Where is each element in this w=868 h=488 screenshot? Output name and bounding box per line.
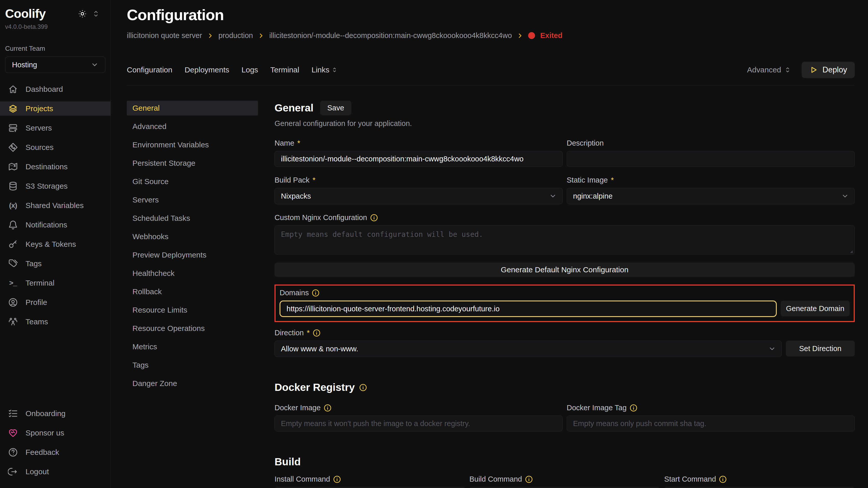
home-icon <box>8 84 19 94</box>
breadcrumb-project[interactable]: illicitonion quote server <box>127 31 202 40</box>
sidebar-item-sponsor-us[interactable]: Sponsor us <box>0 426 111 440</box>
subnav-item-resource-limits[interactable]: Resource Limits <box>127 303 258 318</box>
subnav-item-scheduled-tasks[interactable]: Scheduled Tasks <box>127 211 258 226</box>
map-icon <box>8 162 19 172</box>
sidebar-item-keys-tokens[interactable]: Keys & Tokens <box>0 237 111 251</box>
sidebar-item-projects[interactable]: Projects <box>0 101 111 116</box>
advanced-select[interactable]: Advanced <box>747 66 790 74</box>
subnav-item-advanced[interactable]: Advanced <box>127 119 258 134</box>
required-asterisk: * <box>313 176 315 184</box>
install-command-input[interactable] <box>275 487 465 488</box>
sidebar-item-feedback[interactable]: Feedback <box>0 445 111 459</box>
sidebar-item-label: Logout <box>26 467 49 476</box>
description-input[interactable] <box>567 151 855 167</box>
domains-highlight-box: Domains Generate Domain <box>275 285 855 322</box>
subnav-item-preview-deployments[interactable]: Preview Deployments <box>127 248 258 262</box>
direction-select[interactable]: Allow www & non-www. <box>275 340 782 357</box>
build-pack-select[interactable]: Nixpacks <box>275 188 563 204</box>
status-badge: Exited <box>540 31 562 40</box>
sidebar: Coolify v4.0.0-beta.399 Current Team Hos… <box>0 0 111 488</box>
info-icon[interactable] <box>525 476 533 483</box>
info-icon[interactable] <box>719 476 727 483</box>
start-command-input[interactable] <box>664 487 855 488</box>
sidebar-item-s3-storages[interactable]: S3 Storages <box>0 179 111 193</box>
build-command-input[interactable] <box>469 487 660 488</box>
tags-icon <box>8 259 19 269</box>
sidebar-item-destinations[interactable]: Destinations <box>0 160 111 174</box>
subnav-item-webhooks[interactable]: Webhooks <box>127 229 258 244</box>
sidebar-item-servers[interactable]: Servers <box>0 121 111 135</box>
breadcrumb-application[interactable]: illicitestonion/-module--decomposition:m… <box>269 31 512 40</box>
direction-value: Allow www & non-www. <box>281 345 358 353</box>
deploy-button[interactable]: Deploy <box>802 62 855 78</box>
braces-x-icon: (x) <box>8 201 19 209</box>
build-pack-label: Build Pack <box>275 176 309 184</box>
subnav-item-resource-operations[interactable]: Resource Operations <box>127 321 258 336</box>
sidebar-item-onboarding[interactable]: Onboarding <box>0 406 111 421</box>
docker-image-input[interactable] <box>275 416 563 431</box>
set-direction-button[interactable]: Set Direction <box>786 340 855 356</box>
play-icon <box>809 66 818 74</box>
tab-links[interactable]: Links <box>312 66 337 74</box>
name-label: Name <box>275 139 294 148</box>
sidebar-item-terminal[interactable]: >_ Terminal <box>0 276 111 290</box>
static-image-label: Static Image <box>567 176 608 184</box>
info-icon[interactable] <box>630 404 637 412</box>
key-icon <box>8 239 19 249</box>
tab-deployments[interactable]: Deployments <box>184 66 229 74</box>
info-icon[interactable] <box>313 329 320 337</box>
subnav-item-persistent-storage[interactable]: Persistent Storage <box>127 156 258 170</box>
logout-icon <box>8 466 19 477</box>
static-image-value: nginx:alpine <box>573 192 613 200</box>
domains-input[interactable] <box>280 301 777 317</box>
breadcrumb-environment[interactable]: production <box>218 31 253 40</box>
subnav-item-environment-variables[interactable]: Environment Variables <box>127 137 258 152</box>
name-input[interactable] <box>275 151 563 167</box>
info-icon[interactable] <box>370 214 378 222</box>
nginx-config-label: Custom Nginx Configuration <box>275 214 367 222</box>
sidebar-item-shared-variables[interactable]: (x) Shared Variables <box>0 198 111 213</box>
info-icon[interactable] <box>324 404 332 412</box>
tabs-bar: Configuration Deployments Logs Terminal … <box>127 62 855 78</box>
theme-selector-chevrons-icon[interactable] <box>93 10 99 18</box>
app-logo: Coolify <box>5 7 46 21</box>
sidebar-item-teams[interactable]: Teams <box>0 315 111 329</box>
subnav-item-danger-zone[interactable]: Danger Zone <box>127 376 258 391</box>
info-icon[interactable] <box>312 289 319 297</box>
subnav-item-servers[interactable]: Servers <box>127 193 258 207</box>
sidebar-item-profile[interactable]: Profile <box>0 295 111 310</box>
direction-label: Direction <box>275 329 304 337</box>
sidebar-item-label: Dashboard <box>26 85 63 94</box>
docker-image-tag-input[interactable] <box>567 416 855 431</box>
sidebar-item-tags[interactable]: Tags <box>0 257 111 271</box>
sidebar-item-sources[interactable]: Sources <box>0 140 111 155</box>
help-circle-icon <box>8 447 19 457</box>
save-button[interactable]: Save <box>320 101 351 115</box>
theme-sun-icon[interactable] <box>78 9 87 19</box>
info-icon[interactable] <box>333 476 341 483</box>
subnav-item-rollback[interactable]: Rollback <box>127 284 258 299</box>
chevrons-updown-icon <box>332 67 337 73</box>
subnav-item-metrics[interactable]: Metrics <box>127 339 258 354</box>
subnav-item-git-source[interactable]: Git Source <box>127 174 258 189</box>
tab-terminal[interactable]: Terminal <box>271 66 299 74</box>
subnav-item-tags[interactable]: Tags <box>127 358 258 372</box>
nginx-config-textarea[interactable] <box>275 225 855 255</box>
subnav-item-healthcheck[interactable]: Healthcheck <box>127 266 258 281</box>
database-icon <box>8 181 19 191</box>
info-icon[interactable] <box>359 384 367 391</box>
team-select[interactable]: Hosting <box>5 57 105 73</box>
generate-domain-button[interactable]: Generate Domain <box>781 301 849 317</box>
generate-nginx-button[interactable]: Generate Default Nginx Configuration <box>275 263 855 277</box>
bell-icon <box>8 220 19 230</box>
subnav-item-general[interactable]: General <box>127 101 258 116</box>
settings-subnav: General Advanced Environment Variables P… <box>127 101 258 488</box>
tab-logs[interactable]: Logs <box>242 66 258 74</box>
sidebar-item-notifications[interactable]: Notifications <box>0 218 111 232</box>
sidebar-item-logout[interactable]: Logout <box>0 464 111 479</box>
resize-grip-icon[interactable] <box>849 249 853 254</box>
tab-configuration[interactable]: Configuration <box>127 66 172 74</box>
sidebar-item-dashboard[interactable]: Dashboard <box>0 82 111 96</box>
docker-image-tag-label: Docker Image Tag <box>567 403 627 412</box>
static-image-select[interactable]: nginx:alpine <box>567 188 855 204</box>
